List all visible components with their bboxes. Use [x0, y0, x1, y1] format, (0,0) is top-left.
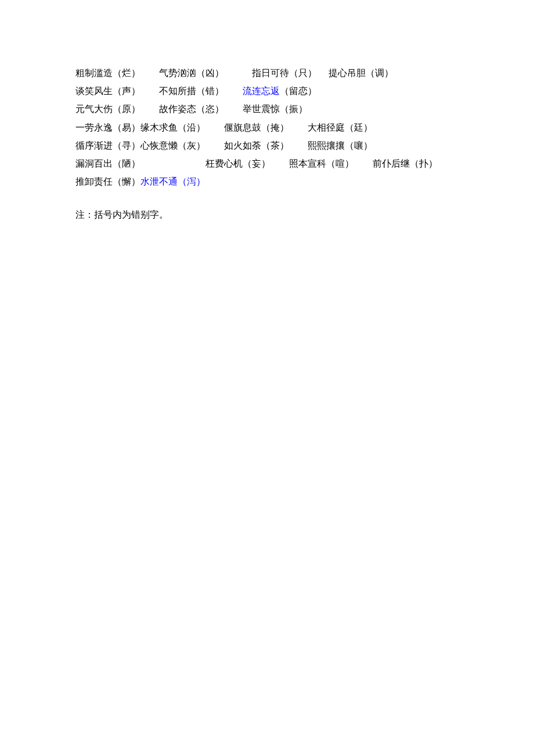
text-segment: （留恋） — [280, 86, 317, 96]
text-line: 元气大伤（原） 故作姿态（恣） 举世震惊（振） — [75, 100, 459, 118]
text-segment: 元气大伤（原） 故作姿态（恣） 举世震惊（振） — [75, 104, 308, 114]
text-segment: 推卸责任（懈） — [75, 177, 140, 186]
text-segment: 漏洞百出（陋） 枉费心机（妄） 照本宣科（喧） 前仆后继（扑） — [75, 159, 438, 168]
text-line: 推卸责任（懈）水泄不通（泻） — [75, 172, 459, 190]
text-segment: 谈笑风生（声） 不知所措（错） — [75, 86, 243, 96]
text-line: 粗制滥造（烂） 气势汹汹（凶） 指日可待（只） 提心吊胆（调） — [75, 64, 459, 82]
text-segment: 流连忘返 — [243, 86, 280, 96]
idiom-lines: 粗制滥造（烂） 气势汹汹（凶） 指日可待（只） 提心吊胆（调）谈笑风生（声） 不… — [75, 64, 459, 190]
document-page: 粗制滥造（烂） 气势汹汹（凶） 指日可待（只） 提心吊胆（调）谈笑风生（声） 不… — [0, 0, 534, 224]
text-segment: 粗制滥造（烂） 气势汹汹（凶） 指日可待（只） 提心吊胆（调） — [75, 68, 394, 78]
text-line: 谈笑风生（声） 不知所措（错） 流连忘返（留恋） — [75, 82, 459, 100]
text-segment: 循序渐进（寻）心恢意懒（灰） 如火如荼（茶） 熙熙攘攘（嚷） — [75, 141, 373, 150]
text-segment: 水泄不通（泻） — [140, 177, 205, 186]
text-line: 循序渐进（寻）心恢意懒（灰） 如火如荼（茶） 熙熙攘攘（嚷） — [75, 136, 459, 154]
text-line: 漏洞百出（陋） 枉费心机（妄） 照本宣科（喧） 前仆后继（扑） — [75, 154, 459, 172]
text-segment: 一劳永逸（易）缘木求鱼（沿） 偃旗息鼓（掩） 大相径庭（廷） — [75, 123, 373, 132]
footnote: 注：括号内为错别字。 — [75, 206, 459, 224]
text-line: 一劳永逸（易）缘木求鱼（沿） 偃旗息鼓（掩） 大相径庭（廷） — [75, 118, 459, 136]
